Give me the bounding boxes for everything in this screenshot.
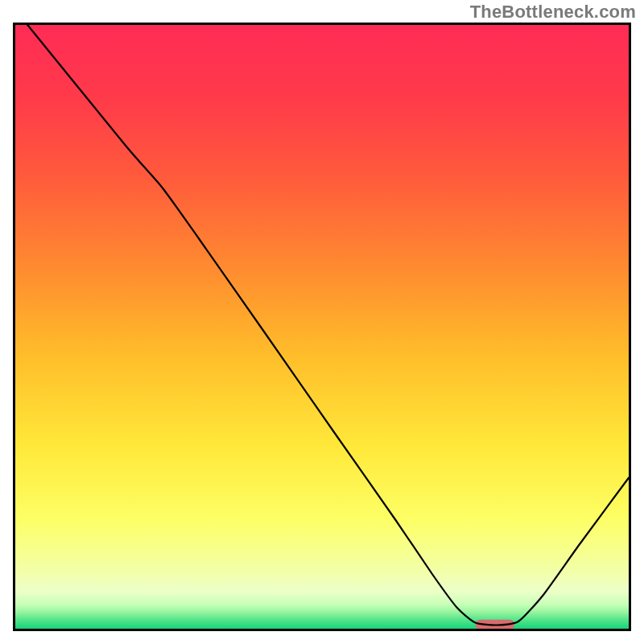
chart-background xyxy=(15,25,629,629)
chart-svg xyxy=(13,23,631,631)
chart-container: TheBottleneck.com xyxy=(0,0,644,644)
plot-area xyxy=(13,23,631,631)
watermark-text: TheBottleneck.com xyxy=(470,2,636,23)
